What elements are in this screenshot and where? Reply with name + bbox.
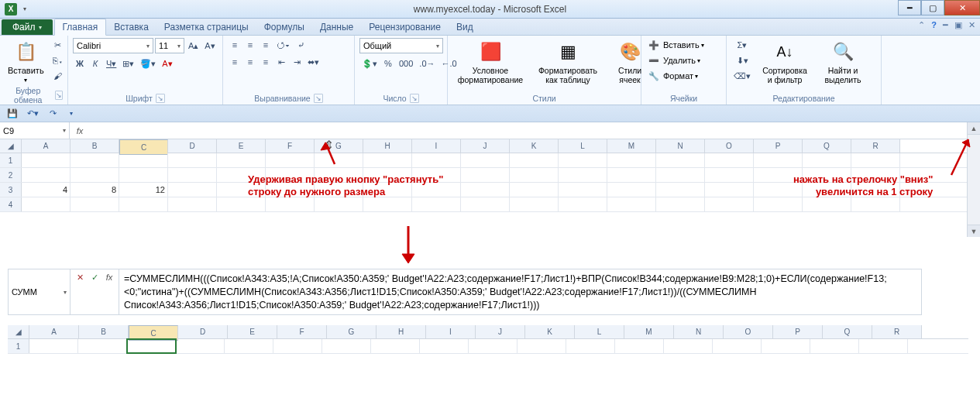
- cell[interactable]: [225, 339, 273, 353]
- cell[interactable]: [70, 153, 119, 167]
- col-header[interactable]: N: [674, 325, 724, 338]
- cell[interactable]: [705, 197, 754, 211]
- align-top-button[interactable]: ≡: [228, 38, 242, 52]
- copy-button[interactable]: ⎘▾: [50, 53, 66, 67]
- col-header[interactable]: H: [377, 325, 426, 338]
- cell[interactable]: [363, 153, 412, 167]
- cell[interactable]: [518, 339, 566, 353]
- cell[interactable]: [607, 153, 656, 167]
- col-header[interactable]: H: [363, 139, 412, 153]
- cell[interactable]: [412, 197, 461, 211]
- cell[interactable]: [371, 339, 420, 353]
- select-all-corner[interactable]: ◢: [8, 325, 29, 338]
- col-header[interactable]: B: [79, 325, 129, 338]
- col-header[interactable]: L: [559, 139, 607, 153]
- col-header[interactable]: F: [266, 139, 315, 153]
- worksheet-grid-secondary[interactable]: ◢ A B C D E F G H I J K L M N O P Q R 1: [8, 325, 968, 354]
- col-header[interactable]: F: [277, 325, 327, 338]
- col-header[interactable]: M: [624, 325, 674, 338]
- font-color-button[interactable]: A▾: [160, 57, 174, 70]
- row-header[interactable]: 4: [0, 197, 22, 211]
- cell[interactable]: [461, 168, 510, 182]
- cell[interactable]: [217, 183, 266, 197]
- cell[interactable]: [656, 168, 705, 182]
- cell[interactable]: [607, 183, 656, 197]
- cell[interactable]: [22, 168, 70, 182]
- cell[interactable]: [273, 339, 322, 353]
- cell[interactable]: [803, 153, 851, 167]
- cell[interactable]: [363, 183, 412, 197]
- col-header[interactable]: N: [656, 139, 705, 153]
- cell[interactable]: [705, 183, 754, 197]
- col-header[interactable]: I: [412, 139, 461, 153]
- cell[interactable]: [412, 153, 461, 167]
- cell[interactable]: [510, 183, 559, 197]
- cell[interactable]: [217, 197, 266, 211]
- minimize-ribbon-icon[interactable]: ⌃: [918, 20, 925, 30]
- cell[interactable]: [70, 168, 119, 182]
- cell[interactable]: [412, 183, 461, 197]
- cell[interactable]: [266, 183, 315, 197]
- formula-input[interactable]: [90, 124, 966, 138]
- cell[interactable]: [363, 168, 412, 182]
- cell[interactable]: [168, 153, 217, 167]
- minimize-button[interactable]: ━: [898, 0, 921, 15]
- col-header[interactable]: P: [754, 139, 803, 153]
- tab-view[interactable]: Вид: [449, 19, 481, 35]
- cell[interactable]: [705, 168, 754, 182]
- cell[interactable]: [315, 183, 363, 197]
- cell[interactable]: [412, 168, 461, 182]
- align-right-button[interactable]: ≡: [259, 55, 273, 69]
- find-select-button[interactable]: 🔍Найти и выделить: [817, 38, 869, 86]
- cell[interactable]: [217, 168, 266, 182]
- cell[interactable]: [168, 197, 217, 211]
- dialog-launcher-icon[interactable]: ↘: [410, 94, 419, 103]
- currency-button[interactable]: 💲▾: [359, 57, 380, 70]
- decrease-indent-button[interactable]: ⇤: [274, 55, 288, 69]
- col-header[interactable]: J: [476, 325, 525, 338]
- col-header[interactable]: C: [129, 325, 178, 341]
- cell[interactable]: [461, 153, 510, 167]
- cell[interactable]: [510, 197, 559, 211]
- bold-button[interactable]: Ж: [73, 57, 87, 70]
- tab-page-layout[interactable]: Разметка страницы: [156, 19, 256, 35]
- cell[interactable]: [168, 183, 217, 197]
- orientation-button[interactable]: ⭯▾: [274, 38, 292, 52]
- cell[interactable]: [615, 339, 664, 353]
- window-close-icon[interactable]: ✕: [968, 20, 975, 30]
- cell[interactable]: [70, 197, 119, 211]
- cell[interactable]: [266, 168, 315, 182]
- conditional-formatting-button[interactable]: 🟥Условное форматирование: [452, 38, 528, 86]
- cell[interactable]: [461, 183, 510, 197]
- app-menu-dropdown-icon[interactable]: ▾: [23, 5, 26, 12]
- col-header[interactable]: R: [851, 139, 900, 153]
- tab-data[interactable]: Данные: [312, 19, 361, 35]
- worksheet-grid[interactable]: ◢ A B C D E F G H I J K L M N O P Q R 12…: [0, 139, 980, 225]
- cell[interactable]: [266, 153, 315, 167]
- col-header[interactable]: R: [872, 325, 922, 338]
- cell[interactable]: [29, 339, 78, 353]
- cell[interactable]: [762, 339, 810, 353]
- cell[interactable]: [461, 197, 510, 211]
- align-middle-button[interactable]: ≡: [243, 38, 257, 52]
- cell[interactable]: [315, 197, 363, 211]
- window-restore-icon[interactable]: ▣: [954, 20, 962, 30]
- cell[interactable]: [754, 183, 803, 197]
- cell[interactable]: 12: [119, 183, 168, 197]
- col-header[interactable]: E: [217, 139, 266, 153]
- col-header[interactable]: J: [461, 139, 510, 153]
- cell[interactable]: [656, 197, 705, 211]
- number-format-select[interactable]: Общий▾: [359, 38, 443, 53]
- cell[interactable]: 8: [70, 183, 119, 197]
- cell[interactable]: [315, 153, 363, 167]
- cell[interactable]: [559, 153, 607, 167]
- font-name-select[interactable]: Calibri▾: [73, 38, 153, 53]
- underline-button[interactable]: Ч▾: [104, 57, 119, 70]
- col-header[interactable]: G: [327, 325, 377, 338]
- cell[interactable]: [607, 197, 656, 211]
- cell[interactable]: [176, 339, 225, 353]
- help-icon[interactable]: ?: [931, 20, 937, 30]
- cell[interactable]: [656, 153, 705, 167]
- col-header[interactable]: Q: [803, 139, 851, 153]
- fill-button[interactable]: ⬇▾: [731, 53, 753, 67]
